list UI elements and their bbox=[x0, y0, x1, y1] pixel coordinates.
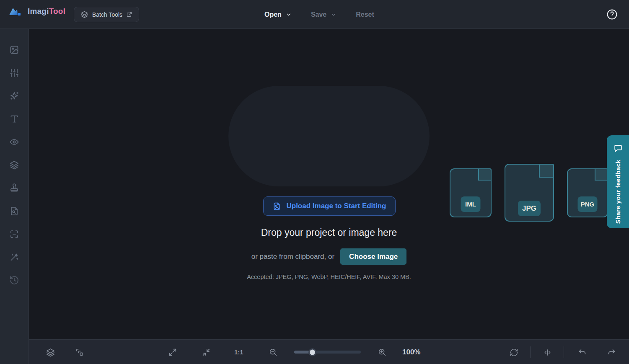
sidebar-item-image[interactable] bbox=[4, 38, 24, 61]
file-type-badge: IML bbox=[461, 196, 481, 212]
share-feedback-label: Share your feedback bbox=[614, 160, 621, 224]
file-tile-iml: IML bbox=[450, 168, 492, 217]
stamp-icon bbox=[9, 183, 19, 193]
reset-view-button[interactable] bbox=[506, 344, 522, 360]
reset-button[interactable]: Reset bbox=[356, 11, 374, 18]
sidebar-item-file-inspect[interactable] bbox=[4, 199, 24, 222]
zoom-slider-thumb[interactable] bbox=[308, 348, 316, 356]
text-icon bbox=[9, 114, 19, 124]
layers-panel-button[interactable] bbox=[42, 344, 58, 360]
sidebar-item-adjustments[interactable] bbox=[4, 61, 24, 84]
choose-image-button[interactable]: Choose Image bbox=[340, 248, 406, 265]
eye-icon bbox=[9, 137, 19, 147]
file-types-illustration: IML JPG PNG bbox=[228, 86, 430, 186]
save-menu-button[interactable]: Save bbox=[311, 11, 337, 18]
layers-icon bbox=[80, 10, 88, 18]
zoom-out-icon bbox=[269, 348, 278, 357]
redo-icon bbox=[607, 348, 616, 357]
refresh-icon bbox=[510, 348, 518, 357]
drop-heading: Drop your project or image here bbox=[29, 227, 629, 238]
speech-bubble-icon bbox=[613, 144, 623, 153]
help-button[interactable] bbox=[606, 8, 618, 21]
status-bar: 1:1 100% bbox=[29, 339, 629, 364]
batch-tools-label: Batch Tools bbox=[92, 11, 122, 18]
divider bbox=[530, 346, 531, 358]
cascading-copies-icon bbox=[75, 348, 84, 357]
sidebar-item-history[interactable] bbox=[4, 268, 24, 292]
folded-corner bbox=[595, 168, 608, 181]
app-title: ImagiTool bbox=[28, 7, 65, 16]
sparkles-icon bbox=[9, 91, 19, 101]
expand-icon bbox=[168, 348, 177, 357]
sidebar-item-watermark[interactable] bbox=[4, 176, 24, 199]
upload-image-button[interactable]: Upload Image to Start Editing bbox=[263, 196, 396, 216]
accepted-formats-note: Accepted: JPEG, PNG, WebP, HEIC/HEIF, AV… bbox=[29, 274, 629, 280]
top-bar: ImagiTool Batch Tools Open Save bbox=[0, 0, 629, 29]
sidebar-item-preview[interactable] bbox=[4, 130, 24, 153]
magic-wand-icon bbox=[9, 252, 19, 262]
top-menu: Open Save Reset bbox=[264, 0, 374, 29]
zoom-in-button[interactable] bbox=[374, 344, 390, 360]
help-circle-icon bbox=[606, 8, 618, 21]
folded-corner bbox=[539, 164, 554, 178]
fit-to-screen-button[interactable] bbox=[165, 344, 181, 360]
file-tile-png: PNG bbox=[567, 168, 608, 217]
divider bbox=[564, 346, 564, 358]
split-compare-icon bbox=[543, 348, 552, 357]
file-type-badge: JPG bbox=[518, 201, 541, 216]
sliders-icon bbox=[9, 68, 19, 78]
app-title-primary: Imagi bbox=[28, 7, 49, 15]
paste-row: or paste from clipboard, or Choose Image bbox=[29, 248, 629, 265]
upload-image-label: Upload Image to Start Editing bbox=[286, 202, 386, 210]
canvas-dropzone[interactable]: IML JPG PNG Upload Image to Start Editin… bbox=[29, 29, 629, 339]
image-icon bbox=[9, 45, 19, 55]
open-menu-button[interactable]: Open bbox=[264, 11, 292, 18]
zoom-slider-fill bbox=[294, 351, 312, 354]
open-label: Open bbox=[264, 11, 282, 18]
zoom-percent-value: 100% bbox=[402, 340, 420, 364]
sidebar-item-layers[interactable] bbox=[4, 153, 24, 176]
file-tile-jpg: JPG bbox=[505, 164, 554, 222]
batch-tools-button[interactable]: Batch Tools bbox=[74, 7, 139, 22]
zoom-out-button[interactable] bbox=[265, 344, 281, 360]
file-type-badge: PNG bbox=[578, 196, 598, 212]
shrink-to-fit-button[interactable] bbox=[198, 344, 214, 360]
undo-icon bbox=[578, 348, 587, 357]
image-file-icon bbox=[272, 202, 281, 211]
brand: ImagiTool bbox=[8, 4, 65, 18]
tools-sidebar bbox=[0, 29, 29, 364]
chevron-down-icon bbox=[286, 12, 292, 18]
collapse-icon bbox=[202, 348, 211, 357]
app-logo-mountain-icon bbox=[8, 4, 22, 18]
folded-corner bbox=[478, 168, 492, 181]
scan-icon bbox=[9, 229, 19, 239]
undo-button[interactable] bbox=[574, 344, 590, 360]
compare-before-after-button[interactable] bbox=[539, 344, 555, 360]
zoom-slider[interactable] bbox=[294, 340, 361, 364]
history-icon bbox=[9, 275, 19, 285]
share-feedback-tab[interactable]: Share your feedback bbox=[607, 135, 629, 228]
chevron-down-icon bbox=[331, 12, 337, 18]
redo-button[interactable] bbox=[603, 344, 619, 360]
layers-icon bbox=[46, 348, 55, 357]
external-link-icon bbox=[126, 11, 132, 18]
paste-hint-text: or paste from clipboard, or bbox=[251, 253, 334, 261]
sidebar-item-text[interactable] bbox=[4, 107, 24, 130]
duplicates-button[interactable] bbox=[72, 344, 88, 360]
actual-size-label[interactable]: 1:1 bbox=[234, 340, 243, 364]
reset-label: Reset bbox=[356, 11, 374, 18]
sidebar-item-ai-enhance[interactable] bbox=[4, 84, 24, 107]
zoom-in-icon bbox=[378, 348, 387, 357]
sidebar-item-magic-edit[interactable] bbox=[4, 245, 24, 268]
save-label: Save bbox=[311, 11, 326, 18]
zoom-slider-track[interactable] bbox=[294, 351, 361, 354]
sidebar-item-crop-scan[interactable] bbox=[4, 222, 24, 245]
layers-icon bbox=[9, 160, 19, 170]
file-search-icon bbox=[9, 206, 19, 216]
app-title-secondary: Tool bbox=[49, 7, 66, 15]
